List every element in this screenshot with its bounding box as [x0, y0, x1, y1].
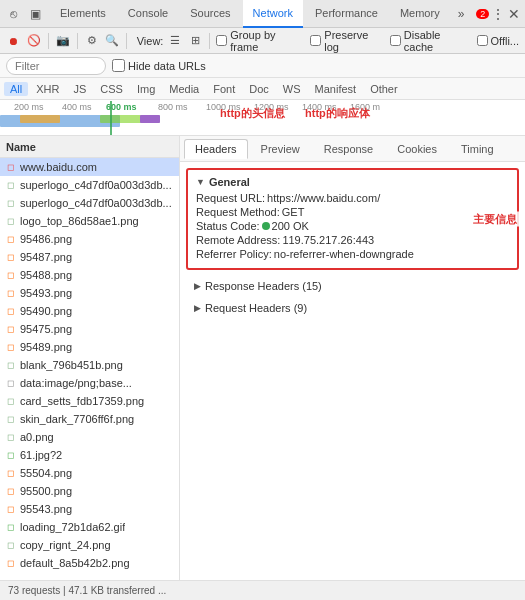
file-type-icon: ◻: [4, 431, 16, 443]
type-font[interactable]: Font: [207, 82, 241, 96]
type-all[interactable]: All: [4, 82, 28, 96]
file-name: 95487.png: [20, 251, 72, 263]
detail-tabs: Headers Preview Response Cookies Timing: [180, 136, 525, 162]
remote-address-row: Remote Address: 119.75.217.26:443: [196, 234, 509, 246]
disable-cache-check[interactable]: Disable cache: [390, 29, 473, 53]
filter-bar: Hide data URLs: [0, 54, 525, 78]
file-item-20[interactable]: ◻ loading_72b1da62.gif: [0, 518, 179, 536]
type-media[interactable]: Media: [163, 82, 205, 96]
file-type-icon: ◻: [4, 305, 16, 317]
file-item-16[interactable]: ◻ 61.jpg?2: [0, 446, 179, 464]
response-headers-section[interactable]: ▶ Response Headers (15): [186, 276, 519, 296]
network-toolbar: ⏺ 🚫 📷 ⚙ 🔍 View: ☰ ⊞ Group by frame Prese…: [0, 28, 525, 54]
file-item-6[interactable]: ◻ 95488.png: [0, 266, 179, 284]
toolbar-separator: [48, 33, 49, 49]
request-headers-section[interactable]: ▶ Request Headers (9): [186, 298, 519, 318]
type-img[interactable]: Img: [131, 82, 161, 96]
tab-console[interactable]: Console: [118, 0, 178, 28]
tab-sources[interactable]: Sources: [180, 0, 240, 28]
status-dot: [262, 222, 270, 230]
group-by-frame-checkbox[interactable]: [216, 35, 227, 46]
file-item-18[interactable]: ◻ 95500.png: [0, 482, 179, 500]
file-item-4[interactable]: ◻ 95486.png: [0, 230, 179, 248]
file-item-3[interactable]: ◻ logo_top_86d58ae1.png: [0, 212, 179, 230]
hide-data-urls-check[interactable]: Hide data URLs: [112, 59, 206, 72]
tab-preview[interactable]: Preview: [250, 139, 311, 159]
file-item-12[interactable]: ◻ data:image/png;base...: [0, 374, 179, 392]
file-item-22[interactable]: ◻ default_8a5b42b2.png: [0, 554, 179, 572]
tab-response[interactable]: Response: [313, 139, 385, 159]
inspect-icon[interactable]: ⎋: [4, 5, 22, 23]
file-type-icon: ◻: [4, 449, 16, 461]
screenshot-view-icon[interactable]: ⊞: [187, 33, 203, 49]
file-name: blank_796b451b.png: [20, 359, 123, 371]
general-section-title[interactable]: ▼ General: [196, 176, 509, 188]
tab-cookies[interactable]: Cookies: [386, 139, 448, 159]
preserve-log-checkbox[interactable]: [310, 35, 321, 46]
file-item-0[interactable]: ◻ www.baidu.com: [0, 158, 179, 176]
filter-icon[interactable]: ⚙: [84, 33, 100, 49]
file-item-11[interactable]: ◻ blank_796b451b.png: [0, 356, 179, 374]
referrer-policy-key: Referrer Policy:: [196, 248, 272, 260]
type-js[interactable]: JS: [67, 82, 92, 96]
error-badge: 2: [476, 9, 489, 19]
view-label: View:: [137, 35, 164, 47]
status-code-value: 200 OK: [272, 220, 309, 232]
tab-timing[interactable]: Timing: [450, 139, 505, 159]
file-item-19[interactable]: ◻ 95543.png: [0, 500, 179, 518]
file-item-15[interactable]: ◻ a0.png: [0, 428, 179, 446]
device-icon[interactable]: ▣: [26, 5, 44, 23]
hide-data-urls-checkbox[interactable]: [112, 59, 125, 72]
request-method-value: GET: [282, 206, 305, 218]
response-headers-label: Response Headers (15): [205, 280, 322, 292]
type-manifest[interactable]: Manifest: [309, 82, 363, 96]
file-type-icon: ◻: [4, 161, 16, 173]
file-item-13[interactable]: ◻ card_setts_fdb17359.png: [0, 392, 179, 410]
clear-button[interactable]: 🚫: [26, 33, 42, 49]
preserve-log-check[interactable]: Preserve log: [310, 29, 385, 53]
more-tabs-icon[interactable]: »: [452, 3, 471, 25]
status-code-row: Status Code: 200 OK: [196, 220, 509, 232]
tab-memory[interactable]: Memory: [390, 0, 450, 28]
list-view-icon[interactable]: ☰: [167, 33, 183, 49]
disable-cache-checkbox[interactable]: [390, 35, 401, 46]
camera-button[interactable]: 📷: [55, 33, 71, 49]
record-button[interactable]: ⏺: [6, 33, 22, 49]
file-item-1[interactable]: ◻ superlogo_c4d7df0a003d3db...: [0, 176, 179, 194]
tab-elements[interactable]: Elements: [50, 0, 116, 28]
type-doc[interactable]: Doc: [243, 82, 275, 96]
group-by-frame-check[interactable]: Group by frame: [216, 29, 306, 53]
file-name: 95493.png: [20, 287, 72, 299]
file-item-21[interactable]: ◻ copy_rignt_24.png: [0, 536, 179, 554]
file-item-7[interactable]: ◻ 95493.png: [0, 284, 179, 302]
referrer-policy-row: Referrer Policy: no-referrer-when-downgr…: [196, 248, 509, 260]
type-css[interactable]: CSS: [94, 82, 129, 96]
main-area: Name ◻ www.baidu.com ◻ superlogo_c4d7df0…: [0, 136, 525, 580]
file-item-9[interactable]: ◻ 95475.png: [0, 320, 179, 338]
http-response-label: http的响应体: [305, 106, 370, 121]
tab-performance[interactable]: Performance: [305, 0, 388, 28]
offline-check[interactable]: Offli...: [477, 35, 520, 47]
type-xhr[interactable]: XHR: [30, 82, 65, 96]
tab-network[interactable]: Network: [243, 0, 303, 28]
settings-icon[interactable]: ⋮: [491, 5, 505, 23]
general-section: ▼ General Request URL: https://www.baidu…: [186, 168, 519, 270]
close-icon[interactable]: ✕: [507, 5, 521, 23]
type-ws[interactable]: WS: [277, 82, 307, 96]
filter-input[interactable]: [6, 57, 106, 75]
offline-checkbox[interactable]: [477, 35, 488, 46]
request-headers-title: ▶ Request Headers (9): [194, 302, 511, 314]
tab-headers[interactable]: Headers: [184, 139, 248, 159]
file-item-2[interactable]: ◻ superlogo_c4d7df0a003d3db...: [0, 194, 179, 212]
file-item-8[interactable]: ◻ 95490.png: [0, 302, 179, 320]
tick-200ms: 200 ms: [14, 100, 44, 112]
type-other[interactable]: Other: [364, 82, 404, 96]
file-type-icon: ◻: [4, 485, 16, 497]
file-type-icon: ◻: [4, 395, 16, 407]
file-item-5[interactable]: ◻ 95487.png: [0, 248, 179, 266]
file-item-10[interactable]: ◻ 95489.png: [0, 338, 179, 356]
search-icon[interactable]: 🔍: [104, 33, 120, 49]
file-item-17[interactable]: ◻ 55504.png: [0, 464, 179, 482]
file-item-14[interactable]: ◻ skin_dark_7706ff6f.png: [0, 410, 179, 428]
detail-panel: Headers Preview Response Cookies Timing …: [180, 136, 525, 580]
